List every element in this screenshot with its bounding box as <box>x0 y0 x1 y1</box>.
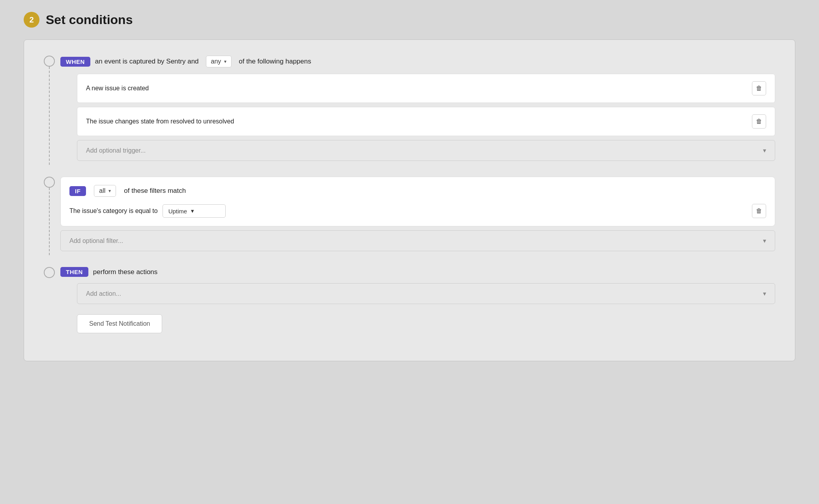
when-badge: WHEN <box>60 57 90 67</box>
when-content: WHEN an event is captured by Sentry and … <box>60 56 775 165</box>
add-trigger-chevron: ▾ <box>763 147 766 154</box>
category-select[interactable]: Uptime ▾ <box>163 204 226 218</box>
if-text-after: of these filters match <box>124 187 186 195</box>
category-value: Uptime <box>168 208 187 215</box>
delete-if-condition-button[interactable]: 🗑 <box>752 204 766 218</box>
add-filter-placeholder: Add optional filter... <box>69 237 123 245</box>
when-conditions: A new issue is created 🗑 The issue chang… <box>77 74 775 161</box>
then-section: THEN perform these actions Add action...… <box>44 267 775 333</box>
then-badge: THEN <box>60 267 88 277</box>
when-section: WHEN an event is captured by Sentry and … <box>44 56 775 165</box>
if-header: IF all ▾ of these filters match <box>69 185 766 197</box>
add-action-row[interactable]: Add action... ▾ <box>77 283 775 304</box>
then-circle-indicator <box>44 267 55 278</box>
if-condition-text: The issue's category is equal to <box>69 207 158 215</box>
condition-row-2: The issue changes state from resolved to… <box>77 107 775 136</box>
category-chevron: ▾ <box>191 207 194 215</box>
when-filter-value: any <box>211 58 221 65</box>
send-test-notification-button[interactable]: Send Test Notification <box>77 314 162 333</box>
when-circle-indicator <box>44 56 55 67</box>
if-filter-select[interactable]: all ▾ <box>94 185 116 197</box>
if-dashed-line <box>49 188 50 255</box>
when-text-after: of the following happens <box>239 58 311 65</box>
delete-condition-1-button[interactable]: 🗑 <box>752 81 766 95</box>
page-header: 2 Set conditions <box>24 12 795 28</box>
if-condition-row: The issue's category is equal to Uptime … <box>69 204 766 218</box>
main-card: WHEN an event is captured by Sentry and … <box>24 39 795 361</box>
condition-text-1: A new issue is created <box>86 85 149 92</box>
then-section-left <box>44 267 55 333</box>
then-text: perform these actions <box>93 268 157 276</box>
then-actions: Add action... ▾ Send Test Notification <box>77 283 775 333</box>
then-content: THEN perform these actions Add action...… <box>60 267 775 333</box>
condition-row-1: A new issue is created 🗑 <box>77 74 775 103</box>
if-section-left <box>44 177 55 255</box>
if-filter-chevron: ▾ <box>108 188 111 194</box>
when-filter-select[interactable]: any ▾ <box>206 56 232 67</box>
if-filter-value: all <box>99 187 105 194</box>
when-dashed-line <box>49 67 50 165</box>
add-trigger-placeholder: Add optional trigger... <box>86 147 146 154</box>
add-filter-row[interactable]: Add optional filter... ▾ <box>60 230 775 251</box>
if-section: IF all ▾ of these filters match The issu… <box>44 177 775 255</box>
when-section-left <box>44 56 55 165</box>
page-title: Set conditions <box>46 13 133 27</box>
if-circle-indicator <box>44 177 55 188</box>
add-action-chevron: ▾ <box>763 290 766 297</box>
condition-text-2: The issue changes state from resolved to… <box>86 118 234 125</box>
delete-condition-2-button[interactable]: 🗑 <box>752 114 766 129</box>
if-condition-left: The issue's category is equal to Uptime … <box>69 204 226 218</box>
if-content: IF all ▾ of these filters match The issu… <box>60 177 775 255</box>
add-filter-chevron: ▾ <box>763 237 766 245</box>
when-text-before: an event is captured by Sentry and <box>95 58 199 65</box>
if-badge: IF <box>69 186 86 196</box>
add-trigger-row[interactable]: Add optional trigger... ▾ <box>77 140 775 161</box>
when-filter-chevron: ▾ <box>224 59 226 64</box>
step-badge: 2 <box>24 12 39 28</box>
add-action-placeholder: Add action... <box>86 290 121 297</box>
if-card: IF all ▾ of these filters match The issu… <box>60 177 775 226</box>
